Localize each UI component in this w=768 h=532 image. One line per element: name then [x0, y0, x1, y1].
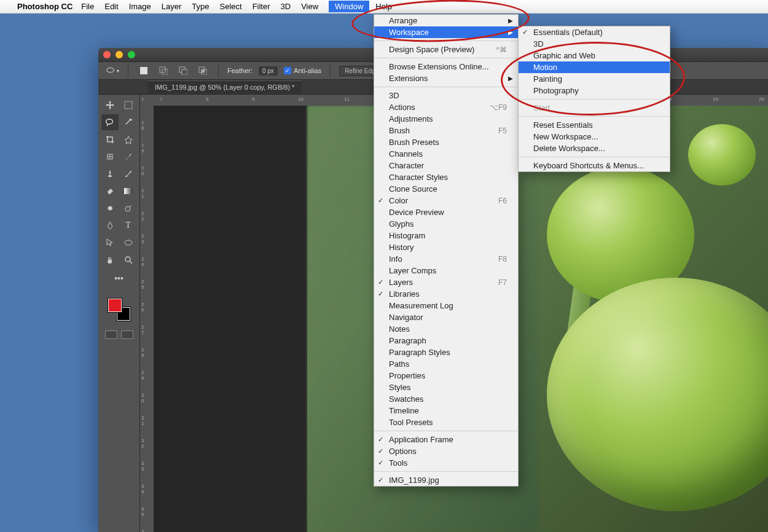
- menu-item-motion[interactable]: Motion: [519, 61, 670, 73]
- menu-item-adjustments[interactable]: Adjustments: [374, 113, 518, 125]
- menu-item-info[interactable]: InfoF8: [374, 253, 518, 265]
- menu-item-paragraph[interactable]: Paragraph: [374, 335, 518, 346]
- menu-item-arrange[interactable]: Arrange▶: [374, 15, 518, 26]
- history-brush-icon[interactable]: [120, 166, 137, 182]
- menu-item-reset-essentials[interactable]: Reset Essentials: [519, 119, 670, 131]
- menu-item-paragraph-styles[interactable]: Paragraph Styles: [374, 346, 518, 358]
- menu-type[interactable]: Type: [192, 2, 209, 11]
- lasso-tool-icon[interactable]: [101, 114, 119, 130]
- menu-item-design-space-preview-[interactable]: Design Space (Preview)^⌘: [374, 44, 518, 55]
- menu-item-styles[interactable]: Styles: [374, 381, 518, 393]
- quick-select-tool-icon[interactable]: [120, 131, 137, 147]
- menu-item-navigator[interactable]: Navigator: [374, 311, 518, 323]
- menu-item-extensions[interactable]: Extensions▶: [374, 72, 518, 84]
- menu-item-options[interactable]: ✓Options: [374, 445, 518, 457]
- menu-item-channels[interactable]: Channels: [374, 148, 518, 160]
- menu-item-workspace[interactable]: Workspace▶: [374, 26, 518, 38]
- menu-window[interactable]: Window: [329, 1, 369, 12]
- menu-item-application-frame[interactable]: ✓Application Frame: [374, 434, 518, 445]
- menu-item-layers[interactable]: ✓LayersF7: [374, 276, 518, 288]
- menu-item-measurement-log[interactable]: Measurement Log: [374, 300, 518, 311]
- menu-view[interactable]: View: [301, 2, 318, 11]
- marquee-tool-icon[interactable]: [120, 97, 137, 113]
- menu-item-keyboard-shortcuts-menus-[interactable]: Keyboard Shortcuts & Menus...: [519, 160, 670, 171]
- crop-tool-icon[interactable]: [101, 131, 119, 147]
- menu-item-img-1199-jpg[interactable]: ✓IMG_1199.jpg: [374, 474, 518, 486]
- shape-tool-icon[interactable]: [120, 235, 137, 251]
- document-tab[interactable]: IMG_1199.jpg @ 50% (Layer 0 copy, RGB/8)…: [147, 80, 302, 93]
- type-tool-icon[interactable]: T: [120, 217, 137, 233]
- path-select-tool-icon[interactable]: [101, 235, 119, 251]
- hand-tool-icon[interactable]: [101, 252, 119, 268]
- menu-item-new-workspace-[interactable]: New Workspace...: [519, 131, 670, 143]
- color-swatches[interactable]: [108, 299, 130, 321]
- menu-item-character-styles[interactable]: Character Styles: [374, 171, 518, 183]
- menu-item-delete-workspace-[interactable]: Delete Workspace...: [519, 143, 670, 154]
- healing-tool-icon[interactable]: [101, 149, 119, 165]
- selection-add-icon[interactable]: [157, 64, 170, 77]
- menu-item-properties[interactable]: Properties: [374, 370, 518, 381]
- menu-help[interactable]: Help: [375, 2, 392, 11]
- zoom-tool-icon[interactable]: [120, 252, 137, 268]
- menu-item-color[interactable]: ✓ColorF6: [374, 195, 518, 206]
- menu-file[interactable]: File: [81, 2, 94, 11]
- dodge-tool-icon[interactable]: [120, 200, 137, 216]
- close-icon[interactable]: [103, 51, 111, 58]
- selection-intersect-icon[interactable]: [196, 64, 210, 77]
- selection-subtract-icon[interactable]: [176, 64, 190, 77]
- menu-item-clone-source[interactable]: Clone Source: [374, 183, 518, 195]
- menu-3d[interactable]: 3D: [281, 2, 291, 11]
- eraser-tool-icon[interactable]: [101, 183, 119, 199]
- foreground-color-swatch[interactable]: [108, 299, 122, 312]
- menu-edit[interactable]: Edit: [104, 2, 118, 11]
- minimize-icon[interactable]: [116, 51, 123, 58]
- menu-image[interactable]: Image: [129, 2, 151, 11]
- menu-layer[interactable]: Layer: [162, 2, 182, 11]
- menu-item-tool-presets[interactable]: Tool Presets: [374, 417, 518, 428]
- antialias-checkbox[interactable]: Anti-alias: [284, 67, 321, 74]
- menu-item-3d[interactable]: 3D: [519, 38, 670, 50]
- menu-item-painting[interactable]: Painting: [519, 73, 670, 85]
- menu-filter[interactable]: Filter: [253, 2, 270, 11]
- eyedropper-tool-icon[interactable]: [120, 114, 137, 130]
- menu-item-3d[interactable]: 3D: [374, 90, 518, 101]
- menu-item-brush[interactable]: BrushF5: [374, 125, 518, 136]
- feather-label: Feather:: [227, 67, 253, 74]
- menu-item-graphic-and-web[interactable]: Graphic and Web: [519, 50, 670, 61]
- menu-item-swatches[interactable]: Swatches: [374, 393, 518, 405]
- stamp-tool-icon[interactable]: [101, 166, 119, 182]
- lasso-tool-icon[interactable]: ▾: [106, 64, 119, 77]
- menu-item-label: Adjustments: [389, 114, 433, 123]
- feather-input[interactable]: 0 px: [259, 66, 278, 76]
- menu-item-notes[interactable]: Notes: [374, 323, 518, 335]
- app-name[interactable]: Photoshop CC: [17, 2, 72, 11]
- menu-item-paths[interactable]: Paths: [374, 358, 518, 370]
- pen-tool-icon[interactable]: [101, 217, 119, 233]
- menu-item-actions[interactable]: Actions⌥F9: [374, 101, 518, 113]
- menu-item-timeline[interactable]: Timeline: [374, 405, 518, 417]
- menu-select[interactable]: Select: [219, 2, 241, 11]
- menu-item-histogram[interactable]: Histogram: [374, 230, 518, 241]
- menu-item-label: Paragraph: [389, 336, 426, 345]
- smudge-tool-icon[interactable]: [101, 200, 119, 216]
- zoom-icon[interactable]: [128, 51, 135, 58]
- menu-item-device-preview[interactable]: Device Preview: [374, 206, 518, 218]
- menu-item-brush-presets[interactable]: Brush Presets: [374, 136, 518, 148]
- menu-item-browse-extensions-online-[interactable]: Browse Extensions Online...: [374, 61, 518, 72]
- quickmask-icon[interactable]: [105, 331, 117, 339]
- menu-item-photography[interactable]: Photography: [519, 85, 670, 96]
- menu-item-layer-comps[interactable]: Layer Comps: [374, 265, 518, 276]
- menu-item-libraries[interactable]: ✓Libraries: [374, 288, 518, 300]
- menu-item-glyphs[interactable]: Glyphs: [374, 218, 518, 230]
- menu-item-essentials-default-[interactable]: ✓Essentials (Default): [519, 26, 670, 38]
- move-tool-icon[interactable]: [101, 97, 119, 113]
- menu-item-label: Options: [389, 447, 417, 456]
- selection-new-icon[interactable]: [137, 64, 151, 77]
- menu-item-history[interactable]: History: [374, 241, 518, 253]
- screenmode-icon[interactable]: [121, 331, 133, 339]
- more-tools-icon[interactable]: •••: [111, 270, 128, 286]
- brush-tool-icon[interactable]: [120, 149, 137, 165]
- menu-item-character[interactable]: Character: [374, 160, 518, 171]
- menu-item-tools[interactable]: ✓Tools: [374, 457, 518, 469]
- gradient-tool-icon[interactable]: [120, 183, 137, 199]
